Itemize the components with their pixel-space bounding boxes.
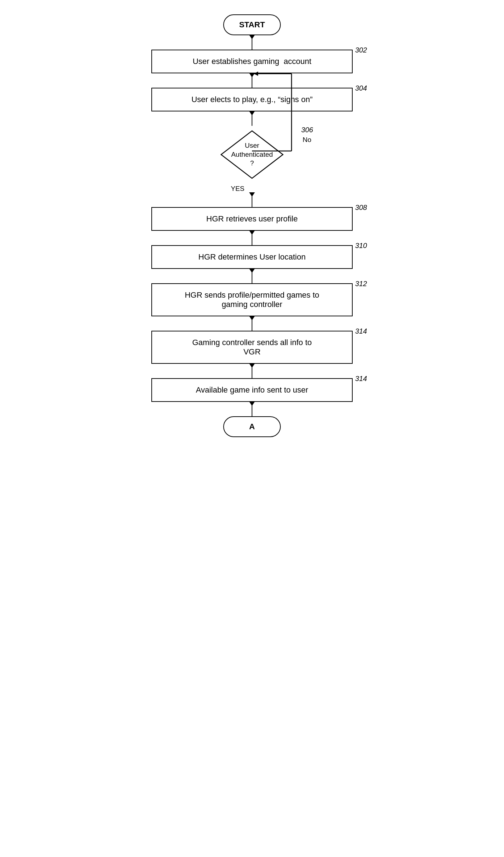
node-308: HGR retrieves user profile: [151, 207, 353, 231]
yes-label: YES: [231, 185, 244, 193]
end-terminal: A: [223, 416, 281, 437]
ref-302: 302: [355, 46, 367, 54]
ref-310: 310: [355, 242, 367, 250]
start-terminal: START: [223, 14, 281, 35]
ref-308: 308: [355, 203, 367, 212]
node-310: HGR determines User location: [151, 245, 353, 269]
node-312-wrap: HGR sends profile/permitted games togami…: [133, 283, 371, 316]
ref-312: 312: [355, 280, 367, 288]
arrow-310-312: [252, 269, 253, 283]
svg-marker-4: [254, 72, 258, 76]
node-314b-wrap: Available game info sent to user 314: [133, 378, 371, 402]
node-306-text: UserAuthenticated?: [231, 141, 273, 168]
arrow-start-302: [252, 35, 253, 50]
ref-304: 304: [355, 84, 367, 92]
node-308-wrap: HGR retrieves user profile 308: [133, 207, 371, 231]
arrow-314a-314b: [252, 364, 253, 378]
ref-314a: 314: [355, 327, 367, 335]
ref-314b: 314: [355, 375, 367, 383]
node-314b: Available game info sent to user: [151, 378, 353, 402]
arrow-306-308: [252, 193, 253, 207]
flowchart: START User establishes gaming account 30…: [126, 14, 378, 437]
arrow-312-314a: [252, 316, 253, 331]
node-310-wrap: HGR determines User location 310: [133, 245, 371, 269]
arrow-314b-end: [252, 402, 253, 416]
node-314a: Gaming controller sends all info toVGR: [151, 331, 353, 364]
arrow-308-310: [252, 231, 253, 245]
node-312: HGR sends profile/permitted games togami…: [151, 283, 353, 316]
decision-306-section: UserAuthenticated? 306 No YES: [133, 126, 371, 193]
node-314a-wrap: Gaming controller sends all info toVGR 3…: [133, 331, 371, 364]
